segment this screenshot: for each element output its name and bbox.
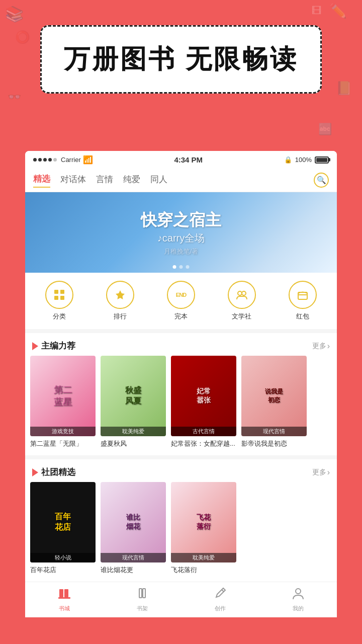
profile-label: 我的	[293, 605, 304, 612]
book-cover: 妃常嚣张 古代言情	[171, 356, 236, 436]
svg-rect-2	[54, 296, 58, 300]
category-icon	[45, 281, 73, 309]
genre-badge: 现代言情	[241, 427, 307, 436]
editor-picks-header: 主编力荐 更多 ›	[25, 333, 337, 356]
literary-club-icon	[228, 281, 256, 309]
club-picks-title: 社团精选	[32, 466, 75, 478]
svg-rect-9	[58, 597, 70, 599]
book-title: 百年花店	[30, 566, 96, 575]
top-banner: 📚 ✏️ ⭕ 👓 🎞 📗 🔤 万册图书 无限畅读	[0, 0, 362, 151]
cover-art-text: 说我是初恋	[245, 387, 304, 405]
book-item[interactable]: 第二蓝星 游戏竞技 第二蓝星「无限」	[30, 356, 96, 448]
svg-rect-11	[143, 589, 145, 598]
deco-circle-1: ⭕	[15, 30, 30, 44]
club-picks-more[interactable]: 更多 ›	[312, 468, 330, 477]
category-label: 分类	[53, 312, 66, 321]
wifi-icon: 📶	[83, 155, 93, 165]
status-left: Carrier 📶	[33, 155, 93, 165]
banner-dot-2	[179, 265, 183, 269]
category-button[interactable]: 分类	[45, 281, 73, 321]
book-title: 妃常嚣张：女配穿越...	[171, 439, 236, 448]
svg-rect-8	[64, 589, 68, 597]
club-picks-header: 社团精选 更多 ›	[25, 459, 337, 482]
svg-rect-10	[139, 589, 142, 598]
nav-profile[interactable]: 我的	[259, 586, 337, 612]
section-arrow-icon-2	[32, 468, 38, 476]
book-cover: 谁比烟花 现代言情	[101, 482, 166, 562]
editor-picks-more[interactable]: 更多 ›	[312, 342, 330, 351]
book-item[interactable]: 妃常嚣张 古代言情 妃常嚣张：女配穿越...	[171, 356, 236, 448]
completed-button[interactable]: END 完本	[167, 281, 195, 321]
completed-label: 完本	[174, 312, 188, 321]
status-bar: Carrier 📶 4:34 PM 🔒 100%	[25, 151, 337, 169]
book-item[interactable]: 飞花落衍 耽美纯爱 飞花落衍	[171, 482, 236, 575]
svg-rect-6	[298, 292, 307, 299]
tab-romance[interactable]: 言情	[96, 174, 113, 187]
banner-dot-3	[186, 265, 190, 269]
phone-frame: Carrier 📶 4:34 PM 🔒 100% 精选 对话体 言情 纯爱 同人…	[25, 151, 337, 617]
genre-badge: 耽美纯爱	[101, 427, 166, 436]
bookstore-label: 书城	[59, 605, 70, 612]
separator-1	[25, 329, 337, 333]
svg-rect-1	[60, 290, 64, 294]
lock-icon: 🔒	[284, 156, 292, 164]
book-cover: 百年花店 轻小说	[30, 482, 96, 562]
svg-rect-7	[59, 589, 63, 597]
ranking-icon	[106, 281, 134, 309]
tab-featured[interactable]: 精选	[33, 173, 50, 188]
deco-eraser: 🔤	[318, 123, 332, 136]
tab-fanfic[interactable]: 同人	[150, 174, 167, 187]
deco-book-1: 📚	[5, 5, 24, 23]
create-label: 创作	[215, 605, 226, 612]
hero-subtitle: ♪carry全场	[141, 231, 221, 245]
literary-club-button[interactable]: 文学社	[228, 281, 256, 321]
literary-club-label: 文学社	[232, 312, 251, 321]
nav-bookstore[interactable]: 书城	[25, 586, 103, 612]
ranking-button[interactable]: 排行	[106, 281, 134, 321]
book-cover: 秋盛风夏 耽美纯爱	[101, 356, 166, 436]
bookstore-icon	[57, 586, 71, 603]
shelf-icon	[135, 586, 149, 603]
profile-icon	[291, 586, 305, 603]
signal-dots	[33, 158, 57, 162]
hero-banner[interactable]: 快穿之宿主 ♪carry全场 月稚挽笔/著	[25, 192, 337, 273]
tab-dialogue[interactable]: 对话体	[60, 174, 86, 187]
deco-book-2: 📗	[336, 80, 352, 96]
editor-picks-list: 第二蓝星 游戏竞技 第二蓝星「无限」 秋盛风夏 耽美纯爱 盛夏秋风 妃常嚣张 古…	[25, 356, 337, 455]
book-item[interactable]: 谁比烟花 现代言情 谁比烟花更	[101, 482, 166, 575]
book-item[interactable]: 百年花店 轻小说 百年花店	[30, 482, 96, 575]
cover-art-text: 第二蓝星	[34, 384, 93, 408]
promo-title: 万册图书 无限畅读	[52, 42, 310, 77]
banner-dot-1	[173, 265, 176, 269]
book-title: 第二蓝星「无限」	[30, 439, 96, 448]
deco-pencil: ✏️	[329, 3, 347, 19]
search-button[interactable]: 🔍	[314, 173, 329, 188]
nav-shelf[interactable]: 书架	[103, 586, 181, 612]
banner-indicators	[173, 265, 190, 269]
redpacket-button[interactable]: 红包	[289, 281, 317, 321]
genre-badge: 耽美纯爱	[171, 553, 236, 562]
genre-badge: 现代言情	[101, 553, 166, 562]
cover-art-text: 秋盛风夏	[104, 385, 163, 407]
separator-2	[25, 455, 337, 459]
tab-pure-love[interactable]: 纯爱	[123, 174, 140, 187]
completed-icon: END	[167, 281, 195, 309]
book-cover: 第二蓝星 游戏竞技	[30, 356, 96, 436]
redpacket-label: 红包	[296, 312, 309, 321]
svg-rect-3	[60, 296, 64, 300]
section-arrow-icon	[32, 342, 38, 350]
ranking-label: 排行	[114, 312, 127, 321]
shelf-label: 书架	[137, 605, 148, 612]
book-title: 影帝说我是初恋	[241, 439, 307, 448]
book-title: 谁比烟花更	[101, 566, 166, 575]
hero-author: 月稚挽笔/著	[141, 247, 221, 256]
club-picks-list: 百年花店 轻小说 百年花店 谁比烟花 现代言情 谁比烟花更 飞花落衍 耽美纯爱 …	[25, 482, 337, 582]
nav-tabs: 精选 对话体 言情 纯爱 同人 🔍	[25, 169, 337, 192]
bottom-nav: 书城 书架 创作	[25, 582, 337, 617]
book-item[interactable]: 说我是初恋 现代言情 影帝说我是初恋	[241, 356, 307, 448]
book-item[interactable]: 秋盛风夏 耽美纯爱 盛夏秋风	[101, 356, 166, 448]
book-cover: 说我是初恋 现代言情	[241, 356, 307, 436]
nav-create[interactable]: 创作	[181, 586, 259, 612]
chevron-right-icon-2: ›	[327, 468, 330, 477]
chevron-right-icon: ›	[327, 342, 330, 351]
